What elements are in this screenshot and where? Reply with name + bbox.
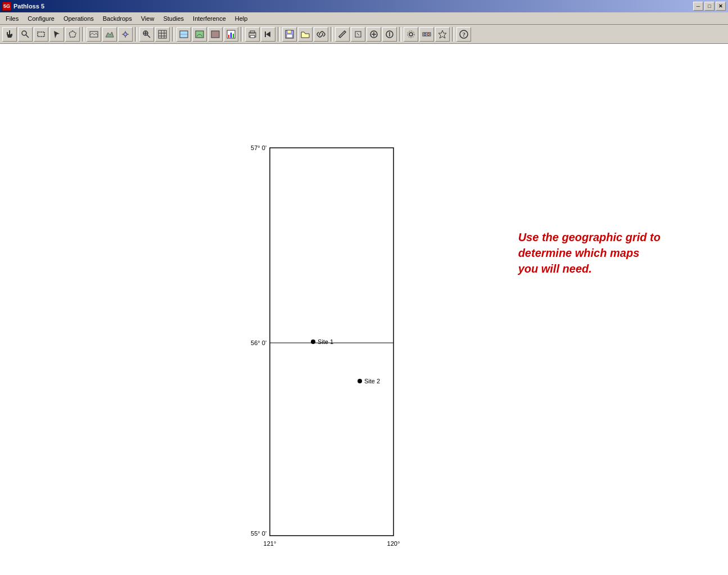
svg-text:56° 0': 56° 0' [251,339,266,346]
svg-text:Site 1: Site 1 [318,338,333,345]
main-content: 57° 0' 56° 0' 55° 0' 121° 120° Site 1 Si… [0,44,728,575]
svg-line-35 [357,33,359,35]
prev-button[interactable] [261,27,275,42]
poly-select-button[interactable] [65,27,80,42]
sep4 [241,27,243,42]
app-icon: 5G [2,2,11,11]
svg-rect-32 [287,30,291,33]
hand-tool-button[interactable] [2,27,17,42]
info-line1: Use the geographic grid to [518,229,661,245]
svg-point-42 [408,31,414,38]
sep8 [452,27,454,42]
network-button[interactable] [118,27,133,42]
svg-rect-24 [230,33,232,38]
grid-button[interactable] [155,27,170,42]
title-bar-controls: ─ □ ✕ [693,2,726,11]
save-button[interactable] [282,27,297,42]
link-button[interactable] [314,27,328,42]
settings3-button[interactable] [435,27,450,42]
svg-rect-33 [287,34,292,38]
menu-help[interactable]: Help [230,14,252,23]
svg-point-41 [409,33,413,36]
svg-text:?: ? [463,31,466,38]
svg-text:57° 0': 57° 0' [251,144,266,151]
svg-rect-30 [265,31,266,37]
chart-button[interactable] [224,27,238,42]
sep2 [135,27,137,42]
svg-point-45 [427,33,429,35]
settings1-button[interactable] [404,27,418,42]
sep5 [278,27,280,42]
open-button[interactable] [298,27,313,42]
menu-bar: Files Configure Operations Backdrops Vie… [0,12,728,25]
svg-text:Site 2: Site 2 [364,378,380,384]
sep3 [172,27,174,42]
arrow-button[interactable] [49,27,64,42]
maximize-button[interactable]: □ [704,2,715,11]
edit2-button[interactable] [351,27,365,42]
svg-text:55° 0': 55° 0' [251,530,266,537]
select-rect-button[interactable] [34,27,48,42]
close-button[interactable]: ✕ [716,2,726,11]
svg-rect-25 [233,34,234,38]
svg-line-11 [147,35,150,38]
map-canvas: 57° 0' 56° 0' 55° 0' 121° 120° Site 1 Si… [0,44,728,575]
svg-line-1 [26,35,29,38]
settings2-button[interactable] [419,27,434,42]
sep1 [82,27,84,42]
menu-view[interactable]: View [137,14,159,23]
edit1-button[interactable] [335,27,350,42]
svg-text:121°: 121° [264,540,277,547]
zoom-in-button[interactable] [139,27,154,42]
edit4-button[interactable] [382,27,397,42]
svg-marker-46 [438,30,446,38]
svg-rect-14 [159,30,166,38]
sep7 [399,27,401,42]
title-bar: 5G Pathloss 5 ─ □ ✕ [0,0,728,12]
svg-point-56 [311,339,315,344]
menu-studies[interactable]: Studies [159,14,188,23]
menu-configure[interactable]: Configure [23,14,59,23]
app-title: Pathloss 5 [13,3,44,10]
info-line2: determine which maps [518,245,661,261]
svg-point-0 [22,31,26,35]
svg-marker-3 [69,31,76,37]
help-button[interactable]: ? [456,27,471,42]
svg-point-44 [424,33,426,35]
sat-map-button[interactable] [208,27,223,42]
toolbar: ? [0,25,728,44]
edit3-button[interactable] [367,27,381,42]
svg-point-58 [358,379,362,383]
minimize-button[interactable]: ─ [693,2,703,11]
svg-rect-2 [38,32,44,37]
print-button[interactable] [245,27,260,42]
svg-point-5 [124,33,127,36]
svg-rect-28 [250,35,255,38]
menu-backdrops[interactable]: Backdrops [98,14,137,23]
map-display-button[interactable] [177,27,191,42]
sep6 [331,27,333,42]
svg-rect-23 [228,35,229,38]
svg-marker-29 [266,31,270,37]
topo-map-button[interactable] [192,27,207,42]
svg-text:120°: 120° [387,540,400,547]
info-line3: you will need. [518,261,661,277]
menu-interference[interactable]: Interference [188,14,230,23]
zoom-button[interactable] [18,27,33,42]
svg-rect-21 [211,31,219,38]
image-tool-button[interactable] [87,27,101,42]
menu-files[interactable]: Files [1,14,23,23]
terrain-button[interactable] [102,27,117,42]
info-text: Use the geographic grid to determine whi… [518,229,661,277]
menu-operations[interactable]: Operations [59,14,98,23]
